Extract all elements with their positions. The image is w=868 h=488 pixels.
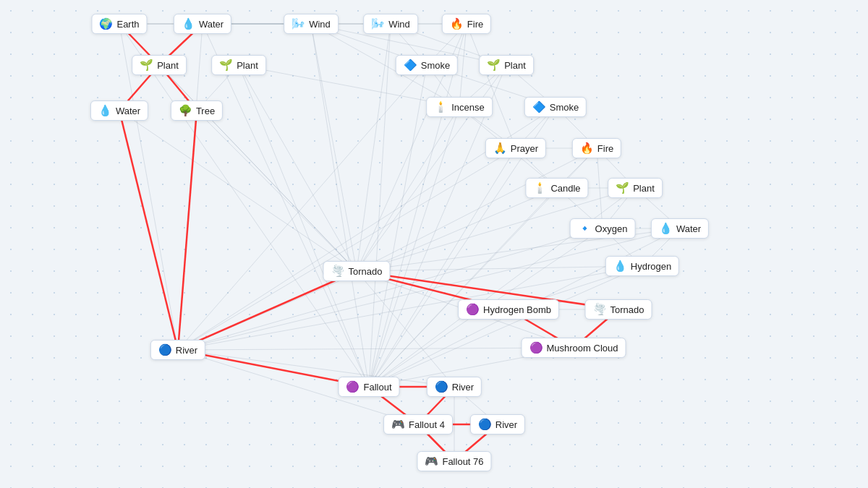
node-label-hbomb: Hydrogen Bomb bbox=[483, 304, 551, 315]
node-tornado2[interactable]: 🌪️Tornado bbox=[585, 299, 652, 320]
graph-container: 🌍Earth💧Water🌬️Wind🌬️Wind🔥Fire🌱Plant🌱Plan… bbox=[0, 0, 868, 488]
node-fallout76[interactable]: 🎮Fallout 76 bbox=[417, 451, 491, 471]
node-icon-plant3: 🌱 bbox=[487, 59, 501, 72]
node-label-fire2: Fire bbox=[597, 143, 613, 154]
node-icon-water1: 💧 bbox=[182, 17, 195, 30]
svg-line-40 bbox=[357, 271, 454, 387]
svg-line-61 bbox=[178, 148, 516, 350]
node-icon-river1: 🔵 bbox=[158, 343, 172, 356]
node-label-smoke2: Smoke bbox=[550, 102, 579, 113]
node-fallout1[interactable]: 🟣Fallout bbox=[338, 377, 399, 397]
svg-line-77 bbox=[369, 107, 459, 387]
node-icon-prayer: 🙏 bbox=[493, 142, 507, 155]
node-icon-fire2: 🔥 bbox=[580, 142, 594, 155]
node-oxygen[interactable]: 🔹Oxygen bbox=[570, 218, 636, 239]
node-hbomb[interactable]: 🟣Hydrogen Bomb bbox=[458, 299, 559, 320]
node-smoke1[interactable]: 🔷Smoke bbox=[396, 55, 458, 75]
node-icon-plant1: 🌱 bbox=[140, 59, 153, 72]
node-icon-tornado2: 🌪️ bbox=[593, 303, 607, 316]
node-mushroom[interactable]: 🟣Mushroom Cloud bbox=[522, 338, 626, 358]
node-label-oxygen: Oxygen bbox=[595, 223, 628, 234]
node-plant3[interactable]: 🌱Plant bbox=[479, 55, 534, 75]
node-label-fallout1: Fallout bbox=[363, 382, 391, 393]
node-incense[interactable]: 🕯️Incense bbox=[426, 97, 493, 117]
node-icon-fallout76: 🎮 bbox=[425, 455, 438, 468]
node-icon-plant4: 🌱 bbox=[616, 181, 629, 194]
svg-line-75 bbox=[369, 148, 516, 387]
node-wind1[interactable]: 🌬️Wind bbox=[284, 14, 339, 34]
node-plant1[interactable]: 🌱Plant bbox=[132, 55, 187, 75]
svg-line-79 bbox=[369, 65, 427, 387]
node-icon-smoke1: 🔷 bbox=[404, 59, 417, 72]
svg-line-67 bbox=[357, 107, 459, 271]
node-icon-wind2: 🌬️ bbox=[371, 17, 385, 30]
node-label-fire1: Fire bbox=[467, 19, 483, 30]
svg-line-57 bbox=[357, 65, 506, 271]
node-label-river1: River bbox=[176, 345, 197, 356]
node-icon-hbomb: 🟣 bbox=[466, 303, 480, 316]
svg-line-53 bbox=[357, 24, 391, 271]
node-icon-wind1: 🌬️ bbox=[292, 17, 305, 30]
node-fire2[interactable]: 🔥Fire bbox=[572, 138, 621, 158]
node-icon-incense: 🕯️ bbox=[434, 100, 448, 114]
node-water2[interactable]: 💧Water bbox=[90, 100, 148, 121]
svg-line-27 bbox=[597, 148, 603, 228]
node-tree[interactable]: 🌳Tree bbox=[171, 100, 223, 121]
svg-line-81 bbox=[369, 24, 391, 387]
node-candle[interactable]: 🕯️Candle bbox=[525, 178, 588, 198]
svg-line-51 bbox=[197, 111, 357, 271]
svg-line-68 bbox=[178, 228, 680, 350]
node-fire1[interactable]: 🔥Fire bbox=[442, 14, 491, 34]
node-earth[interactable]: 🌍Earth bbox=[91, 14, 147, 34]
node-label-water2: Water bbox=[116, 106, 140, 116]
node-water1[interactable]: 💧Water bbox=[174, 14, 231, 34]
node-hydrogen[interactable]: 💧Hydrogen bbox=[605, 256, 679, 276]
svg-line-82 bbox=[311, 24, 369, 387]
node-icon-river3: 🔵 bbox=[478, 418, 492, 431]
node-label-prayer: Prayer bbox=[511, 143, 538, 154]
node-plant4[interactable]: 🌱Plant bbox=[608, 178, 663, 198]
node-wind2[interactable]: 🌬️Wind bbox=[363, 14, 418, 34]
node-icon-plant2: 🌱 bbox=[219, 59, 233, 72]
node-water3[interactable]: 💧Water bbox=[651, 218, 709, 239]
node-icon-fallout1: 🟣 bbox=[346, 380, 359, 393]
svg-line-84 bbox=[203, 24, 369, 387]
node-label-water1: Water bbox=[199, 19, 224, 30]
node-river3[interactable]: 🔵River bbox=[470, 414, 525, 435]
svg-line-70 bbox=[369, 266, 642, 387]
svg-line-44 bbox=[178, 350, 454, 387]
node-label-hydrogen: Hydrogen bbox=[631, 261, 671, 272]
node-river2[interactable]: 🔵River bbox=[427, 377, 482, 397]
svg-line-50 bbox=[119, 111, 357, 271]
node-label-plant2: Plant bbox=[237, 60, 258, 71]
svg-line-56 bbox=[239, 65, 357, 271]
node-label-tornado2: Tornado bbox=[610, 304, 644, 315]
svg-line-42 bbox=[178, 348, 574, 350]
node-icon-fallout4: 🎮 bbox=[391, 418, 405, 431]
node-icon-river2: 🔵 bbox=[435, 380, 448, 393]
node-label-plant1: Plant bbox=[157, 60, 179, 71]
svg-line-85 bbox=[119, 24, 369, 387]
svg-line-83 bbox=[369, 24, 467, 387]
node-label-tornado1: Tornado bbox=[349, 266, 383, 277]
svg-line-90 bbox=[119, 111, 178, 350]
svg-line-12 bbox=[467, 24, 516, 148]
node-label-smoke1: Smoke bbox=[421, 60, 450, 71]
node-tornado1[interactable]: 🌪️Tornado bbox=[323, 261, 391, 281]
svg-line-36 bbox=[357, 266, 642, 271]
node-icon-water3: 💧 bbox=[659, 222, 673, 235]
svg-line-52 bbox=[311, 24, 357, 271]
svg-line-55 bbox=[159, 65, 357, 271]
node-river1[interactable]: 🔵River bbox=[150, 340, 205, 360]
node-label-river2: River bbox=[452, 382, 474, 393]
node-label-tree: Tree bbox=[196, 106, 215, 116]
node-fallout4[interactable]: 🎮Fallout 4 bbox=[383, 414, 453, 435]
node-icon-earth: 🌍 bbox=[99, 17, 113, 30]
node-prayer[interactable]: 🙏Prayer bbox=[485, 138, 546, 158]
node-label-candle: Candle bbox=[550, 183, 580, 194]
node-smoke2[interactable]: 🔷Smoke bbox=[524, 97, 587, 117]
node-icon-tornado1: 🌪️ bbox=[331, 265, 345, 278]
svg-line-66 bbox=[357, 148, 597, 271]
node-plant2[interactable]: 🌱Plant bbox=[211, 55, 266, 75]
node-label-water3: Water bbox=[676, 223, 701, 234]
